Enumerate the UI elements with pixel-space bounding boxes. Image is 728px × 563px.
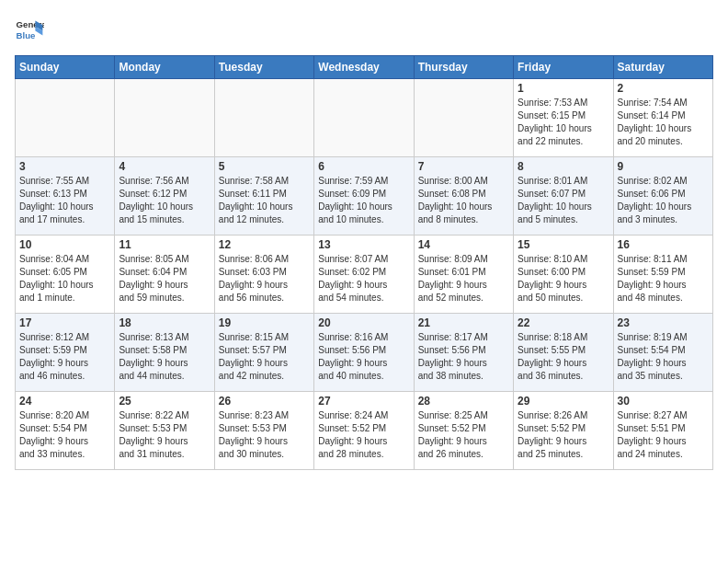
day-number: 23 bbox=[618, 316, 709, 329]
day-number: 8 bbox=[518, 160, 609, 173]
day-info: Sunrise: 8:06 AM Sunset: 6:03 PM Dayligh… bbox=[219, 253, 310, 304]
day-info: Sunrise: 8:04 AM Sunset: 6:05 PM Dayligh… bbox=[19, 253, 110, 304]
day-info: Sunrise: 8:01 AM Sunset: 6:07 PM Dayligh… bbox=[518, 175, 609, 226]
day-number: 11 bbox=[119, 238, 210, 251]
day-number: 17 bbox=[19, 316, 110, 329]
day-number: 2 bbox=[618, 82, 709, 95]
day-number: 22 bbox=[518, 316, 609, 329]
day-info: Sunrise: 8:10 AM Sunset: 6:00 PM Dayligh… bbox=[518, 253, 609, 304]
calendar-cell: 16Sunrise: 8:11 AM Sunset: 5:59 PM Dayli… bbox=[613, 236, 712, 314]
calendar-cell: 8Sunrise: 8:01 AM Sunset: 6:07 PM Daylig… bbox=[514, 157, 613, 236]
week-row-2: 10Sunrise: 8:04 AM Sunset: 6:05 PM Dayli… bbox=[16, 236, 713, 314]
calendar-cell: 9Sunrise: 8:02 AM Sunset: 6:06 PM Daylig… bbox=[613, 157, 712, 236]
day-info: Sunrise: 8:00 AM Sunset: 6:08 PM Dayligh… bbox=[418, 175, 509, 226]
day-number: 15 bbox=[518, 238, 609, 251]
logo-icon: General Blue bbox=[15, 15, 44, 44]
week-row-1: 3Sunrise: 7:55 AM Sunset: 6:13 PM Daylig… bbox=[16, 157, 713, 236]
day-info: Sunrise: 7:53 AM Sunset: 6:15 PM Dayligh… bbox=[518, 97, 609, 148]
calendar-cell: 26Sunrise: 8:23 AM Sunset: 5:53 PM Dayli… bbox=[214, 392, 313, 470]
day-info: Sunrise: 7:55 AM Sunset: 6:13 PM Dayligh… bbox=[19, 175, 110, 226]
day-info: Sunrise: 8:25 AM Sunset: 5:52 PM Dayligh… bbox=[418, 409, 509, 461]
calendar-cell: 11Sunrise: 8:05 AM Sunset: 6:04 PM Dayli… bbox=[115, 236, 214, 314]
day-number: 10 bbox=[19, 238, 110, 251]
day-number: 3 bbox=[19, 160, 110, 173]
day-number: 9 bbox=[618, 160, 709, 173]
logo: General Blue bbox=[15, 15, 44, 44]
calendar-cell: 30Sunrise: 8:27 AM Sunset: 5:51 PM Dayli… bbox=[613, 392, 712, 470]
calendar-cell: 3Sunrise: 7:55 AM Sunset: 6:13 PM Daylig… bbox=[16, 157, 115, 236]
day-number: 5 bbox=[219, 160, 310, 173]
day-number: 28 bbox=[418, 395, 509, 408]
day-info: Sunrise: 8:11 AM Sunset: 5:59 PM Dayligh… bbox=[618, 253, 709, 304]
week-row-0: 1Sunrise: 7:53 AM Sunset: 6:15 PM Daylig… bbox=[16, 79, 713, 157]
calendar-cell: 21Sunrise: 8:17 AM Sunset: 5:56 PM Dayli… bbox=[414, 314, 513, 392]
day-number: 1 bbox=[518, 82, 609, 95]
calendar-cell: 14Sunrise: 8:09 AM Sunset: 6:01 PM Dayli… bbox=[414, 236, 513, 314]
calendar-cell: 10Sunrise: 8:04 AM Sunset: 6:05 PM Dayli… bbox=[16, 236, 115, 314]
header-thursday: Thursday bbox=[414, 56, 513, 79]
day-info: Sunrise: 8:02 AM Sunset: 6:06 PM Dayligh… bbox=[618, 175, 709, 226]
calendar-cell: 25Sunrise: 8:22 AM Sunset: 5:53 PM Dayli… bbox=[115, 392, 214, 470]
calendar-cell: 22Sunrise: 8:18 AM Sunset: 5:55 PM Dayli… bbox=[514, 314, 613, 392]
day-number: 12 bbox=[219, 238, 310, 251]
day-info: Sunrise: 8:18 AM Sunset: 5:55 PM Dayligh… bbox=[518, 331, 609, 383]
day-number: 21 bbox=[418, 316, 509, 329]
day-info: Sunrise: 8:20 AM Sunset: 5:54 PM Dayligh… bbox=[19, 409, 110, 461]
calendar-header-row: SundayMondayTuesdayWednesdayThursdayFrid… bbox=[16, 56, 713, 79]
day-number: 19 bbox=[219, 316, 310, 329]
day-info: Sunrise: 8:05 AM Sunset: 6:04 PM Dayligh… bbox=[119, 253, 210, 304]
calendar-cell: 5Sunrise: 7:58 AM Sunset: 6:11 PM Daylig… bbox=[214, 157, 313, 236]
day-info: Sunrise: 8:22 AM Sunset: 5:53 PM Dayligh… bbox=[119, 409, 210, 461]
day-number: 6 bbox=[318, 160, 409, 173]
day-number: 18 bbox=[119, 316, 210, 329]
calendar-cell: 15Sunrise: 8:10 AM Sunset: 6:00 PM Dayli… bbox=[514, 236, 613, 314]
calendar-cell bbox=[414, 79, 513, 157]
calendar-table: SundayMondayTuesdayWednesdayThursdayFrid… bbox=[15, 55, 713, 470]
calendar-cell: 19Sunrise: 8:15 AM Sunset: 5:57 PM Dayli… bbox=[214, 314, 313, 392]
day-info: Sunrise: 7:58 AM Sunset: 6:11 PM Dayligh… bbox=[219, 175, 310, 226]
day-number: 27 bbox=[318, 395, 409, 408]
day-info: Sunrise: 8:17 AM Sunset: 5:56 PM Dayligh… bbox=[418, 331, 509, 383]
day-number: 16 bbox=[618, 238, 709, 251]
day-info: Sunrise: 8:16 AM Sunset: 5:56 PM Dayligh… bbox=[318, 331, 409, 383]
day-number: 24 bbox=[19, 395, 110, 408]
day-number: 4 bbox=[119, 160, 210, 173]
calendar-cell: 28Sunrise: 8:25 AM Sunset: 5:52 PM Dayli… bbox=[414, 392, 513, 470]
calendar-cell bbox=[115, 79, 214, 157]
day-info: Sunrise: 8:19 AM Sunset: 5:54 PM Dayligh… bbox=[618, 331, 709, 383]
page-header: General Blue bbox=[15, 15, 713, 44]
calendar-cell: 6Sunrise: 7:59 AM Sunset: 6:09 PM Daylig… bbox=[314, 157, 414, 236]
day-number: 26 bbox=[219, 395, 310, 408]
day-info: Sunrise: 7:59 AM Sunset: 6:09 PM Dayligh… bbox=[318, 175, 409, 226]
day-info: Sunrise: 8:13 AM Sunset: 5:58 PM Dayligh… bbox=[119, 331, 210, 383]
day-info: Sunrise: 8:09 AM Sunset: 6:01 PM Dayligh… bbox=[418, 253, 509, 304]
calendar-cell: 1Sunrise: 7:53 AM Sunset: 6:15 PM Daylig… bbox=[514, 79, 613, 157]
calendar-cell bbox=[214, 79, 313, 157]
week-row-3: 17Sunrise: 8:12 AM Sunset: 5:59 PM Dayli… bbox=[16, 314, 713, 392]
day-info: Sunrise: 7:54 AM Sunset: 6:14 PM Dayligh… bbox=[618, 97, 709, 148]
calendar-cell: 2Sunrise: 7:54 AM Sunset: 6:14 PM Daylig… bbox=[613, 79, 712, 157]
calendar-cell bbox=[16, 79, 115, 157]
calendar-cell: 13Sunrise: 8:07 AM Sunset: 6:02 PM Dayli… bbox=[314, 236, 414, 314]
day-info: Sunrise: 8:23 AM Sunset: 5:53 PM Dayligh… bbox=[219, 409, 310, 461]
calendar-cell: 29Sunrise: 8:26 AM Sunset: 5:52 PM Dayli… bbox=[514, 392, 613, 470]
week-row-4: 24Sunrise: 8:20 AM Sunset: 5:54 PM Dayli… bbox=[16, 392, 713, 470]
calendar-cell: 17Sunrise: 8:12 AM Sunset: 5:59 PM Dayli… bbox=[16, 314, 115, 392]
day-number: 30 bbox=[618, 395, 709, 408]
day-number: 7 bbox=[418, 160, 509, 173]
day-number: 29 bbox=[518, 395, 609, 408]
day-info: Sunrise: 8:12 AM Sunset: 5:59 PM Dayligh… bbox=[19, 331, 110, 383]
calendar-cell: 27Sunrise: 8:24 AM Sunset: 5:52 PM Dayli… bbox=[314, 392, 414, 470]
header-sunday: Sunday bbox=[16, 56, 115, 79]
day-info: Sunrise: 8:26 AM Sunset: 5:52 PM Dayligh… bbox=[518, 409, 609, 461]
day-number: 13 bbox=[318, 238, 409, 251]
calendar-cell: 23Sunrise: 8:19 AM Sunset: 5:54 PM Dayli… bbox=[613, 314, 712, 392]
calendar-cell: 18Sunrise: 8:13 AM Sunset: 5:58 PM Dayli… bbox=[115, 314, 214, 392]
calendar-cell: 20Sunrise: 8:16 AM Sunset: 5:56 PM Dayli… bbox=[314, 314, 414, 392]
day-info: Sunrise: 8:07 AM Sunset: 6:02 PM Dayligh… bbox=[318, 253, 409, 304]
svg-text:Blue: Blue bbox=[17, 30, 36, 40]
calendar-cell: 7Sunrise: 8:00 AM Sunset: 6:08 PM Daylig… bbox=[414, 157, 513, 236]
calendar-cell: 12Sunrise: 8:06 AM Sunset: 6:03 PM Dayli… bbox=[214, 236, 313, 314]
day-info: Sunrise: 7:56 AM Sunset: 6:12 PM Dayligh… bbox=[119, 175, 210, 226]
day-number: 25 bbox=[119, 395, 210, 408]
